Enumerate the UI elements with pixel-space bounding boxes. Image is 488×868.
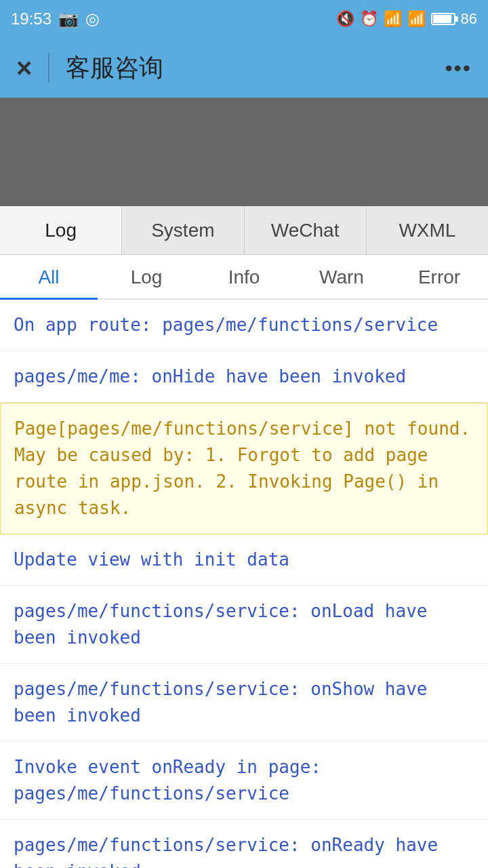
title-divider (48, 53, 49, 83)
log-entry: pages/me/me: onHide have been invoked (0, 351, 488, 403)
tab-wxml[interactable]: WXML (367, 206, 488, 254)
log-entry: On app route: pages/me/functions/service (0, 300, 488, 351)
filter-all[interactable]: All (0, 256, 98, 300)
battery-icon (431, 13, 455, 25)
tab-log[interactable]: Log (0, 206, 122, 254)
log-content: On app route: pages/me/functions/service… (0, 300, 488, 868)
camera-icon: 📷 (58, 9, 79, 28)
mute-icon: 🔇 (336, 10, 354, 28)
log-entry: Invoke event onReady in page: pages/me/f… (0, 742, 488, 820)
clock-icon: ⏰ (360, 10, 378, 28)
status-bar-left: 19:53 📷 ◎ (11, 9, 100, 28)
filter-warn[interactable]: Warn (293, 256, 390, 300)
battery-percentage: 86 (461, 10, 477, 28)
log-entry: pages/me/functions/service: onLoad have … (0, 586, 488, 664)
preview-area (0, 98, 488, 206)
refresh-icon: ◎ (85, 9, 100, 28)
filter-info[interactable]: Info (195, 256, 293, 300)
log-entry: pages/me/functions/service: onReady have… (0, 820, 488, 868)
filter-error[interactable]: Error (390, 256, 488, 300)
close-button[interactable]: × (16, 54, 32, 81)
filter-tab-bar: All Log Info Warn Error (0, 255, 488, 300)
status-bar: 19:53 📷 ◎ 🔇 ⏰ 📶 📶 86 (0, 0, 488, 38)
main-tab-bar: Log System WeChat WXML (0, 206, 488, 255)
title-bar: × 客服咨询 ••• (0, 38, 488, 98)
tab-wechat[interactable]: WeChat (245, 206, 367, 254)
status-bar-right: 🔇 ⏰ 📶 📶 86 (336, 10, 477, 28)
more-menu-button[interactable]: ••• (445, 56, 472, 81)
log-entry-warning: Page[pages/me/functions/service] not fou… (0, 403, 488, 534)
time-display: 19:53 (11, 9, 52, 28)
tab-system[interactable]: System (122, 206, 244, 254)
signal-icon: 📶 (407, 10, 426, 28)
page-title: 客服咨询 (66, 52, 428, 85)
wifi-icon: 📶 (384, 10, 402, 28)
log-entry: pages/me/functions/service: onShow have … (0, 664, 488, 742)
log-entry: Update view with init data (0, 534, 488, 586)
filter-log[interactable]: Log (98, 256, 195, 300)
